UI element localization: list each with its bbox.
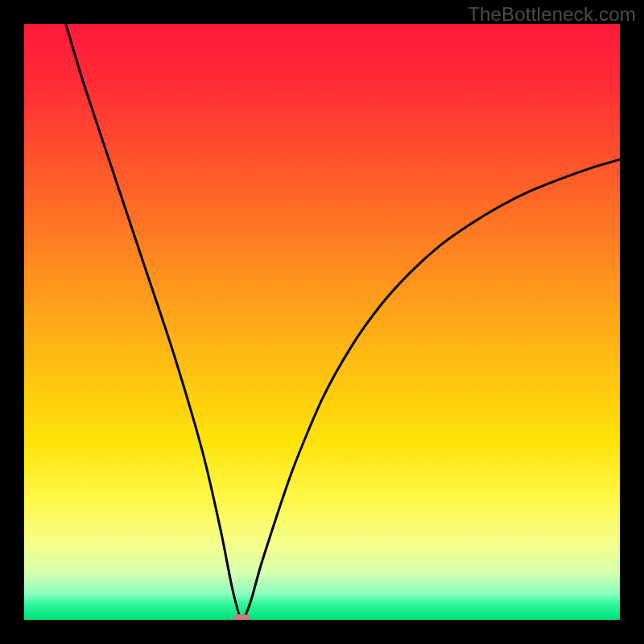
optimal-point-marker [233,614,250,620]
watermark-text: TheBottleneck.com [468,3,636,26]
chart-svg [24,24,620,620]
chart-background [24,24,620,620]
chart-frame [24,24,620,620]
